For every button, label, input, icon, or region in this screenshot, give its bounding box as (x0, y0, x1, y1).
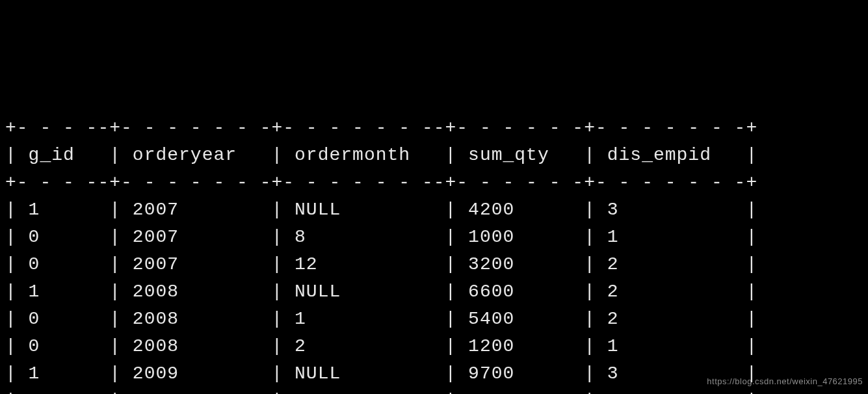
watermark-text: https://blog.csdn.net/weixin_47621995 (707, 375, 863, 388)
sql-result-table: +- - - --+- - - - - - -+- - - - - - --+-… (5, 114, 863, 394)
